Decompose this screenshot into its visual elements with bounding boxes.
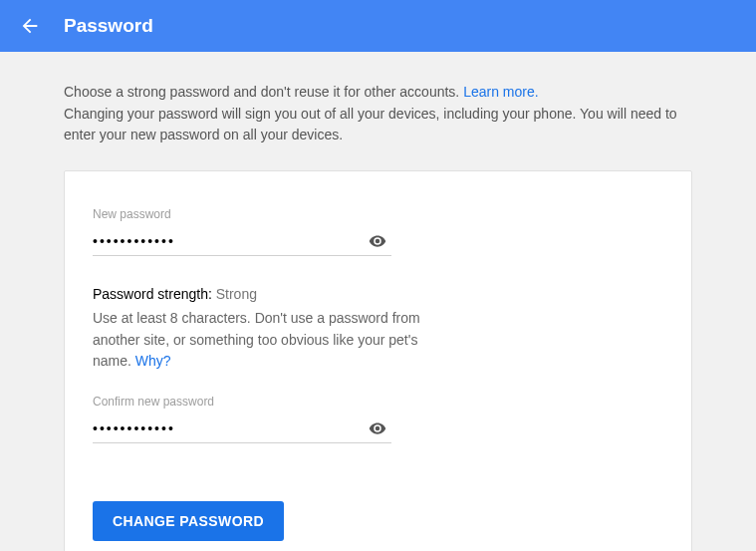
- strength-label: Password strength:: [93, 286, 216, 302]
- strength-value: Strong: [216, 286, 257, 302]
- confirm-password-label: Confirm new password: [93, 395, 391, 409]
- password-card: New password Password strength: Strong U…: [64, 170, 692, 551]
- confirm-password-input[interactable]: [93, 418, 364, 438]
- change-password-button[interactable]: CHANGE PASSWORD: [93, 501, 284, 541]
- intro-line2: Changing your password will sign you out…: [64, 104, 692, 146]
- new-password-field: New password: [93, 207, 391, 256]
- why-link[interactable]: Why?: [135, 353, 171, 369]
- page-title: Password: [64, 15, 153, 37]
- new-password-label: New password: [93, 207, 391, 221]
- strength-line: Password strength: Strong: [93, 286, 431, 302]
- intro-text: Choose a strong password and don't reuse…: [64, 82, 692, 146]
- strength-block: Password strength: Strong Use at least 8…: [93, 286, 431, 373]
- password-hint: Use at least 8 characters. Don't use a p…: [93, 308, 431, 373]
- app-header: Password: [0, 0, 756, 52]
- back-arrow-icon[interactable]: [18, 14, 42, 38]
- eye-icon[interactable]: [364, 231, 391, 251]
- confirm-password-field: Confirm new password: [93, 395, 391, 443]
- learn-more-link[interactable]: Learn more.: [463, 84, 538, 100]
- new-password-input[interactable]: [93, 231, 364, 251]
- eye-icon[interactable]: [364, 418, 391, 438]
- intro-line1: Choose a strong password and don't reuse…: [64, 84, 463, 100]
- content-area: Choose a strong password and don't reuse…: [0, 52, 756, 551]
